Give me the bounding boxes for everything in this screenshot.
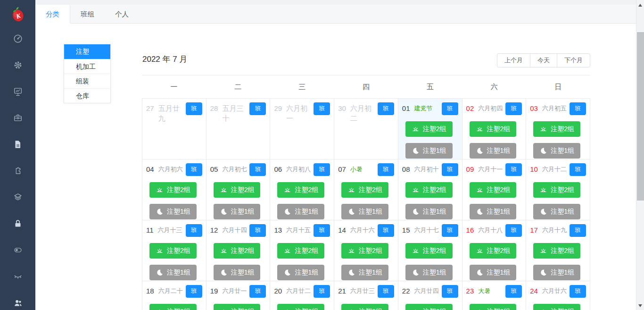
prev-month-button[interactable]: 上个月 xyxy=(497,53,530,67)
calendar-day-cell[interactable]: 11六月十三班注塑2组注塑1组 xyxy=(142,220,206,281)
night-shift-button[interactable]: 注塑1组 xyxy=(533,265,580,280)
calendar-day-cell[interactable]: 22六月廿四班注塑2组注塑1组 xyxy=(398,281,462,310)
monitor-chart-icon[interactable] xyxy=(12,86,24,97)
calendar-day-cell[interactable]: 19六月廿一班注塑2组注塑1组 xyxy=(206,281,271,310)
day-shift-button[interactable]: 注塑2组 xyxy=(149,304,197,310)
day-shift-button[interactable]: 注塑2组 xyxy=(341,243,388,259)
night-shift-button[interactable]: 注塑1组 xyxy=(341,265,388,280)
calendar-day-cell[interactable]: 10六月十二班注塑2组注塑1组 xyxy=(526,159,590,220)
calendar-day-cell[interactable]: 23大暑班注塑2组注塑1组 xyxy=(462,281,527,310)
day-shift-button[interactable]: 注塑2组 xyxy=(277,304,324,310)
day-shift-button[interactable]: 注塑2组 xyxy=(533,182,580,198)
tab-3[interactable]: 个人 xyxy=(105,5,139,23)
layers-icon[interactable] xyxy=(12,192,24,202)
calendar-day-cell[interactable]: 08六月初十班注塑2组注塑1组 xyxy=(398,159,462,220)
night-shift-button[interactable]: 注塑1组 xyxy=(277,204,324,219)
night-shift-button[interactable]: 注塑1组 xyxy=(149,204,197,219)
calendar-day-cell[interactable]: 21六月廿三班注塑2组注塑1组 xyxy=(334,281,398,310)
calendar-day-cell[interactable]: 13六月十五班注塑2组注塑1组 xyxy=(270,220,334,281)
day-shift-button[interactable]: 注塑2组 xyxy=(533,243,580,259)
tab-2[interactable]: 班组 xyxy=(70,5,105,23)
scroll-up-arrow-icon[interactable] xyxy=(638,4,642,7)
day-shift-button[interactable]: 注塑2组 xyxy=(405,304,453,310)
calendar-day-cell[interactable]: 04六月初六班注塑2组注塑1组 xyxy=(142,159,206,220)
day-shift-button[interactable]: 注塑2组 xyxy=(405,182,453,198)
scroll-down-arrow-icon[interactable] xyxy=(638,304,642,307)
day-shift-button[interactable]: 注塑2组 xyxy=(341,304,388,310)
day-cell-header: 24六月廿六班 xyxy=(530,285,586,298)
category-item-3[interactable]: 组装 xyxy=(64,74,110,88)
calendar-day-cell[interactable]: 02六月初四班注塑2组注塑1组 xyxy=(462,99,527,159)
night-shift-button[interactable]: 注塑1组 xyxy=(533,204,580,219)
night-shift-button[interactable]: 注塑1组 xyxy=(214,204,261,219)
category-item-1[interactable]: 注塑 xyxy=(64,44,110,59)
calendar-day-cell[interactable]: 01建党节班注塑2组注塑1组 xyxy=(398,99,462,159)
night-shift-button[interactable]: 注塑1组 xyxy=(470,265,517,280)
day-shift-button[interactable]: 注塑2组 xyxy=(149,182,197,198)
app-logo[interactable]: K xyxy=(7,2,29,26)
night-shift-button[interactable]: 注塑1组 xyxy=(533,143,580,159)
settings-gear-icon[interactable] xyxy=(12,60,24,70)
calendar-day-cell[interactable]: 16六月十八班注塑2组注塑1组 xyxy=(462,220,527,281)
lock-icon[interactable] xyxy=(12,218,24,229)
night-shift-button[interactable]: 注塑1组 xyxy=(405,204,453,219)
calendar-day-cell[interactable]: 29六月初一班 xyxy=(270,99,334,159)
tab-1[interactable]: 分类 xyxy=(35,5,70,23)
calendar-day-cell[interactable]: 24六月廿六班注塑2组注塑1组 xyxy=(526,281,590,310)
calendar-day-cell[interactable]: 27五月廿九班 xyxy=(142,99,206,159)
day-shift-button[interactable]: 注塑2组 xyxy=(405,121,453,137)
today-button[interactable]: 今天 xyxy=(530,53,557,67)
day-shift-button[interactable]: 注塑2组 xyxy=(341,182,388,198)
calendar-day-cell[interactable]: 20六月廿二班注塑2组注塑1组 xyxy=(270,281,334,310)
day-shift-button[interactable]: 注塑2组 xyxy=(533,304,580,310)
shift-status-badge: 班 xyxy=(314,163,330,176)
night-shift-label: 注塑1组 xyxy=(167,208,190,216)
night-shift-button[interactable]: 注塑1组 xyxy=(470,204,517,219)
users-icon[interactable] xyxy=(12,298,24,308)
night-shift-button[interactable]: 注塑1组 xyxy=(405,143,453,159)
document-icon[interactable] xyxy=(12,139,24,150)
day-shift-button[interactable]: 注塑2组 xyxy=(277,182,324,198)
calendar-day-cell[interactable]: 18六月二十班注塑2组注塑1组 xyxy=(142,281,206,310)
category-item-4[interactable]: 仓库 xyxy=(64,88,110,103)
night-shift-button[interactable]: 注塑1组 xyxy=(277,265,324,280)
night-shift-button[interactable]: 注塑1组 xyxy=(470,143,517,159)
day-shift-button[interactable]: 注塑2组 xyxy=(214,243,261,259)
briefcase-icon[interactable] xyxy=(12,113,24,123)
day-shift-button[interactable]: 注塑2组 xyxy=(214,182,261,198)
calendar-day-cell[interactable]: 05六月初七班注塑2组注塑1组 xyxy=(206,159,271,220)
toggle-icon[interactable] xyxy=(12,245,24,255)
category-item-2[interactable]: 机加工 xyxy=(64,59,110,74)
calendar-day-cell[interactable]: 03六月初五班注塑2组注塑1组 xyxy=(526,99,590,159)
dashboard-icon[interactable] xyxy=(12,34,24,44)
sidebar-icon-list xyxy=(12,34,24,308)
next-month-button[interactable]: 下个月 xyxy=(557,53,590,67)
calendar-day-cell[interactable]: 28五月三十班 xyxy=(206,99,271,159)
day-shift-button[interactable]: 注塑2组 xyxy=(277,243,324,259)
calendar-day-cell[interactable]: 12六月十四班注塑2组注塑1组 xyxy=(206,220,271,281)
day-shift-button[interactable]: 注塑2组 xyxy=(470,182,517,198)
day-shift-button[interactable]: 注塑2组 xyxy=(533,121,580,137)
puzzle-icon[interactable] xyxy=(12,166,24,176)
calendar-day-cell[interactable]: 14六月十六班注塑2组注塑1组 xyxy=(334,220,398,281)
night-shift-button[interactable]: 注塑1组 xyxy=(214,265,261,280)
vertical-scrollbar[interactable] xyxy=(636,0,644,310)
calendar-day-cell[interactable]: 07小暑班注塑2组注塑1组 xyxy=(334,159,398,220)
day-shift-button[interactable]: 注塑2组 xyxy=(405,243,453,259)
calendar-day-cell[interactable]: 15六月十七班注塑2组注塑1组 xyxy=(398,220,462,281)
night-shift-button[interactable]: 注塑1组 xyxy=(341,204,388,219)
calendar-day-cell[interactable]: 30六月初二班 xyxy=(334,99,398,159)
night-shift-button[interactable]: 注塑1组 xyxy=(149,265,197,280)
calendar-day-cell[interactable]: 17六月十九班注塑2组注塑1组 xyxy=(526,220,590,281)
eye-closed-icon[interactable] xyxy=(12,271,24,282)
day-number: 02 xyxy=(466,102,474,113)
night-shift-button[interactable]: 注塑1组 xyxy=(405,265,453,280)
calendar-day-cell[interactable]: 09六月十一班注塑2组注塑1组 xyxy=(462,159,527,220)
day-shift-button[interactable]: 注塑2组 xyxy=(149,243,197,259)
day-shift-button[interactable]: 注塑2组 xyxy=(470,243,517,259)
day-shift-button[interactable]: 注塑2组 xyxy=(214,304,261,310)
calendar-day-cell[interactable]: 06六月初八班注塑2组注塑1组 xyxy=(270,159,334,220)
day-shift-button[interactable]: 注塑2组 xyxy=(470,304,517,310)
scrollbar-thumb[interactable] xyxy=(637,32,644,201)
day-shift-button[interactable]: 注塑2组 xyxy=(470,121,517,137)
